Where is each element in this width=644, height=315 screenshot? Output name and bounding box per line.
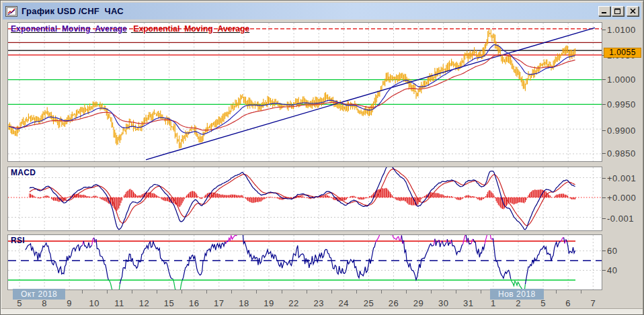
minimize-icon (601, 8, 608, 14)
x-axis-tick (456, 290, 456, 294)
x-axis-label: 22 (288, 298, 298, 308)
x-axis-label: 24 (339, 298, 349, 308)
macd-axis-label: +0.001 (607, 173, 636, 183)
ema-slow-legend-label: Exponential_Moving_Average (133, 24, 249, 34)
macd-label: MACD (11, 168, 36, 177)
ema-slow-line (9, 54, 575, 130)
rsi-line (447, 239, 450, 246)
x-axis-label: 11 (114, 298, 124, 308)
macd-axis-tick (602, 178, 606, 179)
rsi-label: RSI (11, 236, 25, 245)
rsi-line (182, 242, 226, 280)
macd-axis-label: +0.000 (607, 193, 636, 203)
x-axis-tick (132, 290, 132, 294)
x-axis-label: 30 (438, 298, 448, 308)
rsi-line (452, 240, 463, 255)
x-axis-label: 23 (313, 298, 323, 308)
title-bar[interactable]: График USD /CHF ЧАС (3, 3, 641, 19)
x-axis-label: 6 (565, 298, 571, 308)
x-axis-tick (206, 290, 207, 294)
rsi-line (401, 236, 403, 244)
ema-legend: Exponential_Moving_Average Exponential_M… (11, 24, 249, 34)
rsi-axis-tick (602, 251, 606, 251)
chart-app-icon (5, 6, 17, 17)
chart-window: График USD /CHF ЧАС Exponential (0, 0, 644, 315)
ema-fast-legend-label: Exponential_Moving_Average (11, 24, 127, 34)
x-axis-label: 16 (189, 298, 199, 308)
macd-canvas (8, 167, 602, 230)
main-chart-panel[interactable]: Exponential_Moving_Average Exponential_M… (7, 22, 602, 162)
macd-axis-label: -0.001 (607, 214, 634, 224)
x-axis-tick (481, 290, 481, 294)
rsi-line (442, 241, 446, 246)
x-axis-label: 17 (214, 298, 224, 308)
x-axis-label: 29 (413, 298, 424, 308)
x-axis-tick (406, 290, 407, 294)
window-bottom-edge (1, 308, 643, 314)
price-axis-tick (602, 79, 606, 80)
price-axis-tick (602, 30, 606, 30)
x-axis-label: 19 (264, 298, 274, 308)
month-badge: Нов 2018 (490, 289, 544, 300)
x-axis-label: 18 (239, 298, 249, 308)
current-price-badge: 1.0055 (604, 48, 641, 58)
x-axis-tick (157, 290, 157, 294)
x-axis-label: 9 (67, 298, 72, 308)
window-title: График USD /CHF ЧАС (22, 6, 124, 16)
x-axis-tick (107, 290, 108, 294)
x-axis-tick (381, 290, 382, 294)
rsi-line (26, 243, 83, 274)
rsi-line (463, 235, 467, 244)
rsi-line (96, 239, 109, 280)
rsi-line (108, 280, 120, 289)
rsi-line (493, 238, 510, 279)
x-axis-tick (581, 290, 581, 294)
x-axis-tick (82, 290, 83, 294)
price-axis-label: 1.0100 (607, 25, 636, 35)
rsi-axis-tick (602, 270, 606, 271)
rsi-panel[interactable]: RSI (7, 234, 602, 290)
x-axis-label: 25 (364, 298, 374, 308)
price-axis-tick (602, 153, 606, 154)
x-axis-tick (231, 290, 232, 294)
x-axis-label: 15 (164, 298, 174, 308)
price-axis-label: 1.0000 (607, 75, 636, 85)
x-axis-label: 31 (463, 298, 473, 308)
price-axis-tick (602, 130, 606, 131)
x-axis-tick (556, 290, 557, 294)
x-axis-label: 12 (139, 298, 149, 308)
x-axis-label: 26 (389, 298, 399, 308)
close-icon (630, 8, 636, 14)
close-button[interactable] (627, 6, 639, 16)
macd-panel[interactable]: MACD (7, 167, 602, 231)
rsi-line (83, 241, 91, 249)
x-axis-label: 10 (89, 298, 99, 308)
rsi-axis-label: 60 (607, 246, 617, 256)
trend-line (146, 28, 595, 160)
macd-axis-tick (602, 197, 606, 198)
price-axis-label: 0.9950 (607, 99, 636, 109)
rsi-line (473, 239, 485, 257)
month-badge: Окт 2018 (13, 289, 65, 300)
maximize-icon (614, 8, 621, 14)
candles-series (9, 30, 575, 149)
x-axis-tick (331, 290, 332, 294)
x-axis-label: 7 (590, 298, 596, 308)
maximize-button[interactable] (612, 6, 624, 16)
macd-axis-tick (602, 218, 606, 219)
x-axis-tick (282, 290, 282, 294)
x-axis-tick (182, 290, 182, 294)
price-axis-tick (602, 104, 606, 105)
rsi-line (565, 240, 566, 244)
price-axis-label: 0.9850 (607, 148, 636, 159)
rsi-line (120, 242, 173, 284)
rsi-canvas (8, 235, 602, 289)
price-axis-label: 0.9900 (607, 126, 636, 136)
minimize-button[interactable] (598, 6, 610, 16)
x-axis-tick (431, 290, 432, 294)
x-axis-tick (356, 290, 357, 294)
rsi-line (435, 239, 438, 246)
x-axis-tick (307, 290, 307, 294)
rsi-line (485, 235, 493, 244)
x-axis-tick (256, 290, 257, 294)
